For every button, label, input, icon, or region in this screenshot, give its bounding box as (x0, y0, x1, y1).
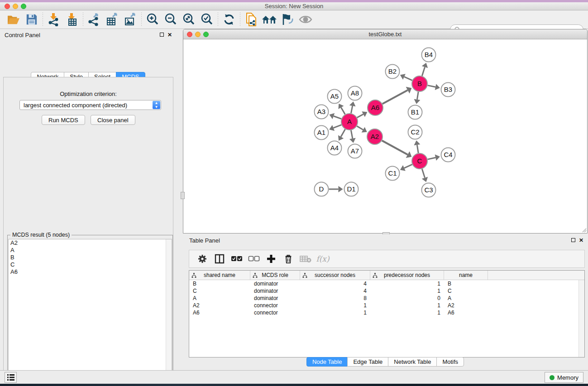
edge-C-C2[interactable] (417, 145, 418, 153)
zoom-in-button[interactable] (143, 11, 162, 28)
edge-A-A8[interactable] (351, 106, 353, 113)
table-cell[interactable]: connector (250, 309, 300, 316)
zoom-out-button[interactable] (162, 11, 180, 28)
table-cell[interactable]: A (444, 295, 488, 302)
close-panel-icon[interactable]: ✕ (167, 32, 172, 38)
table-cell[interactable]: B (444, 280, 488, 287)
table-cell[interactable]: 1 (300, 309, 370, 316)
edge-C-C4[interactable] (428, 157, 436, 159)
edge-A2-C[interactable] (382, 141, 408, 155)
table-row[interactable]: A2connector11A2 (189, 302, 584, 309)
result-list-item[interactable]: B (9, 254, 172, 261)
table-close-panel-icon[interactable]: ✕ (579, 237, 583, 243)
table-cell[interactable]: A2 (444, 302, 488, 309)
edge-B-B3[interactable] (428, 86, 435, 87)
table-cell[interactable]: 1 (370, 280, 444, 287)
window-resize-grip[interactable] (581, 227, 587, 233)
edge-B-B4[interactable] (422, 67, 425, 76)
table-cell[interactable]: 1 (370, 309, 444, 316)
table-float-panel-icon[interactable] (571, 237, 575, 243)
edge-A-A6[interactable] (357, 114, 363, 118)
tab-node-table[interactable]: Node Table (306, 357, 348, 367)
memory-button[interactable]: Memory (545, 372, 583, 383)
edge-A-A5[interactable] (341, 108, 345, 114)
network-zoom-traffic-light[interactable] (203, 32, 209, 37)
home-layout-button[interactable] (260, 11, 278, 28)
export-network-button[interactable] (85, 11, 103, 28)
edge-A-A4[interactable] (341, 129, 345, 137)
edge-B-B1[interactable] (417, 92, 418, 100)
hide-graphics-details-button[interactable] (278, 11, 296, 28)
network-window-titlebar[interactable]: testGlobe.txt (183, 29, 587, 39)
result-list-scrollbar[interactable] (166, 239, 172, 386)
network-close-traffic-light[interactable] (187, 32, 192, 37)
table-cell[interactable]: 4 (300, 287, 370, 295)
table-cell[interactable]: 1 (300, 302, 370, 309)
table-cell[interactable]: 8 (300, 295, 370, 302)
table-cell[interactable]: C (189, 287, 250, 295)
edge-C-C1[interactable] (404, 164, 412, 168)
table-row[interactable]: Adominator80A (189, 295, 584, 302)
minimize-traffic-light[interactable] (13, 4, 18, 9)
show-column-button[interactable] (211, 251, 228, 267)
table-cell[interactable]: connector (250, 302, 300, 309)
zoom-selected-button[interactable] (198, 11, 216, 28)
run-mcds-button[interactable]: Run MCDS (42, 115, 85, 125)
table-cell[interactable]: A6 (189, 309, 250, 316)
table-cell[interactable]: 1 (370, 302, 444, 309)
result-list-item[interactable]: A6 (9, 268, 172, 276)
table-cell[interactable]: A2 (189, 302, 250, 309)
table-cell[interactable]: B (189, 280, 250, 287)
zoom-traffic-light[interactable] (21, 4, 26, 9)
edge-B-B2[interactable] (404, 77, 412, 81)
table-cell[interactable]: C (444, 287, 488, 295)
vertical-divider-grip[interactable] (181, 192, 185, 199)
tab-edge-table[interactable]: Edge Table (347, 357, 388, 367)
tab-motifs[interactable]: Motifs (436, 357, 464, 367)
close-panel-button[interactable]: Close panel (91, 115, 135, 125)
column-header-successor-nodes[interactable]: successor nodes (300, 271, 370, 280)
create-column-button[interactable] (263, 251, 280, 267)
table-cell[interactable]: A6 (444, 309, 488, 316)
export-table-button[interactable] (103, 11, 121, 28)
edge-A-A1[interactable] (334, 125, 342, 128)
table-cell[interactable]: A (189, 295, 250, 302)
save-session-button[interactable] (23, 11, 41, 28)
result-list-item[interactable]: A2 (9, 239, 172, 247)
table-cell[interactable]: dominator (250, 287, 300, 295)
refresh-button[interactable] (220, 11, 238, 28)
tab-network-table[interactable]: Network Table (388, 357, 437, 367)
column-header-predecessor-nodes[interactable]: predecessor nodes (370, 271, 444, 280)
import-network-button[interactable] (45, 11, 63, 28)
float-panel-icon[interactable] (160, 32, 164, 38)
table-row[interactable]: A6connector11A6 (189, 309, 584, 316)
mcds-result-list[interactable]: A2ABCA6 (8, 239, 172, 386)
zoom-fit-button[interactable] (180, 11, 198, 28)
table-settings-button[interactable] (194, 251, 211, 267)
column-header-MCDS-role[interactable]: MCDS role (250, 271, 300, 280)
edge-A-A2[interactable] (357, 126, 363, 130)
edge-A-A3[interactable] (334, 116, 341, 119)
show-graphics-details-button[interactable] (296, 11, 315, 28)
table-cell[interactable]: dominator (250, 280, 300, 287)
show-panels-button[interactable] (5, 372, 17, 383)
result-list-item[interactable]: C (9, 261, 172, 268)
export-image-button[interactable] (121, 11, 139, 28)
edge-A6-B[interactable] (382, 90, 408, 104)
select-all-columns-button[interactable] (228, 251, 245, 267)
table-scrollbar[interactable] (578, 280, 584, 357)
delete-column-button[interactable] (280, 251, 297, 267)
deselect-all-columns-button[interactable] (245, 251, 263, 267)
column-header-name[interactable]: name (444, 271, 488, 280)
table-cell[interactable]: 1 (370, 287, 444, 295)
import-table-button[interactable] (63, 11, 81, 28)
table-row[interactable]: Cdominator41C (189, 287, 584, 295)
copy-network-button[interactable] (242, 11, 260, 28)
network-canvas[interactable]: AA6A2BCA1A3A4A5A7A8B1B2B3B4C1C2C3C4DD1 (183, 39, 587, 233)
open-file-button[interactable] (5, 11, 23, 28)
result-list-item[interactable]: A (9, 247, 172, 254)
edge-A-A7[interactable] (351, 130, 352, 138)
optimization-criterion-select[interactable]: largest connected component (directed) ▲… (19, 100, 161, 110)
close-traffic-light[interactable] (5, 4, 10, 9)
table-cell[interactable]: 0 (370, 295, 444, 302)
